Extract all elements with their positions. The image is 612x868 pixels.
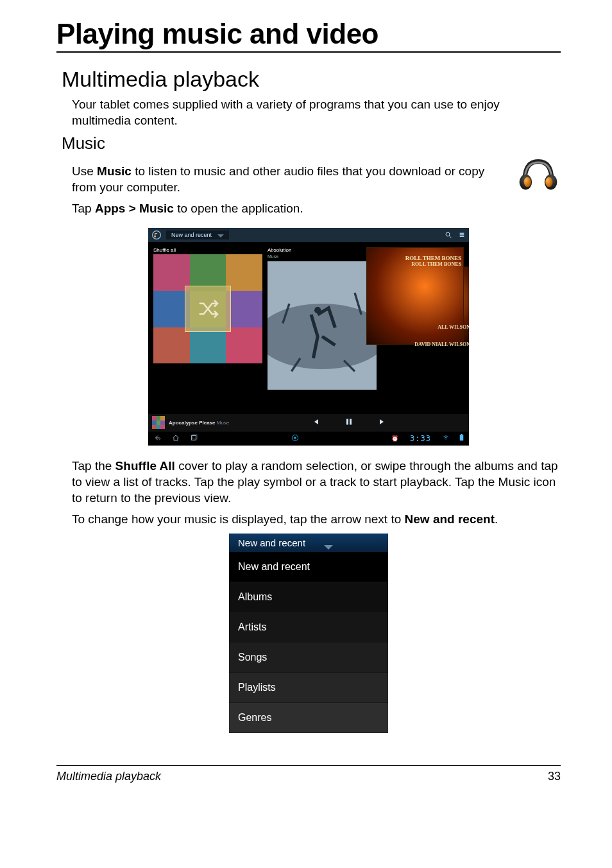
dropdown-header-label: New and recent	[238, 537, 305, 548]
shuffle-all-label: Shuffle all	[153, 247, 262, 253]
change-view-paragraph: To change how your music is displayed, t…	[72, 512, 561, 528]
music-app-icon[interactable]	[152, 230, 161, 239]
svg-rect-15	[350, 419, 352, 424]
page-title: Playing music and video	[56, 18, 561, 53]
apps-music-path: Apps > Music	[95, 202, 174, 215]
album-artist: Muse	[268, 254, 377, 259]
page-footer: Multimedia playback 33	[56, 765, 561, 783]
dropdown-item-artists[interactable]: Artists	[229, 612, 388, 643]
recent-apps-icon[interactable]	[189, 434, 198, 444]
headphones-icon	[516, 155, 561, 193]
search-icon[interactable]	[445, 231, 452, 239]
cover-text: ROLL THEM BONES	[405, 255, 461, 261]
menu-icon[interactable]	[459, 231, 465, 239]
previous-track-icon[interactable]	[310, 418, 319, 428]
dropdown-item-new-and-recent[interactable]: New and recent	[229, 552, 388, 582]
status-clock: 3:33	[410, 434, 431, 443]
music-app-screenshot: New and recent Shuffle all	[148, 228, 469, 446]
dropdown-item-songs[interactable]: Songs	[229, 643, 388, 673]
text: Tap	[72, 202, 95, 215]
cover-text: ALL WILSON	[414, 324, 469, 330]
shuffle-icon	[185, 286, 231, 332]
view-dropdown-screenshot: New and recent New and recent Albums Art…	[229, 534, 388, 733]
intro-paragraph: Your tablet comes supplied with a variet…	[72, 97, 561, 128]
wifi-icon	[443, 434, 449, 443]
music-paragraph: Use Music to listen to music and other a…	[72, 164, 509, 195]
svg-rect-10	[460, 236, 464, 237]
now-playing-title: Apocalypse Please	[169, 420, 215, 426]
svg-point-13	[314, 308, 321, 314]
footer-page-number: 33	[548, 770, 561, 783]
view-selector-tab[interactable]: New and recent	[166, 230, 229, 239]
home-icon[interactable]	[171, 434, 180, 444]
now-playing-art	[152, 416, 165, 429]
shuffle-all-term: Shuffle All	[115, 459, 175, 473]
svg-point-6	[446, 232, 450, 236]
text: to open the application.	[174, 202, 303, 215]
now-playing-bar[interactable]: Apocalypse Please Muse	[148, 414, 469, 431]
svg-line-7	[450, 236, 452, 238]
alarm-icon[interactable]: ⏰	[391, 435, 398, 442]
now-playing-artist: Muse	[217, 420, 230, 426]
battery-icon	[459, 434, 464, 443]
subsection-heading: Music	[62, 134, 561, 153]
footer-section-name: Multimedia playback	[56, 770, 161, 783]
dropdown-item-playlists[interactable]: Playlists	[229, 673, 388, 703]
cover-text: DAVID NIALL WILSON	[414, 342, 469, 347]
section-heading: Multimedia playback	[62, 67, 561, 92]
next-track-icon[interactable]	[378, 418, 387, 428]
album-title: Absolution	[268, 247, 377, 253]
text: To change how your music is displayed, t…	[72, 512, 405, 526]
text: Tap the	[72, 459, 115, 473]
pause-icon[interactable]	[345, 418, 353, 428]
svg-point-2	[524, 177, 531, 187]
dropdown-arrow-icon	[217, 234, 224, 238]
shuffle-paragraph: Tap the Shuffle All cover to play a rand…	[72, 458, 561, 506]
svg-rect-20	[460, 435, 464, 441]
dropdown-item-albums[interactable]: Albums	[229, 582, 388, 612]
svg-rect-14	[346, 419, 348, 424]
view-selector-label: New and recent	[171, 232, 212, 238]
back-icon[interactable]	[153, 434, 162, 444]
album-absolution[interactable]: Absolution Muse	[268, 247, 377, 414]
shuffle-all-tile[interactable]: Shuffle all	[153, 247, 262, 414]
svg-rect-21	[461, 434, 463, 435]
cover-text: ROLL THEM BONES	[405, 261, 461, 267]
tap-apps-paragraph: Tap Apps > Music to open the application…	[72, 201, 509, 217]
dropdown-item-genres[interactable]: Genres	[229, 703, 388, 733]
target-icon[interactable]	[291, 433, 300, 442]
text: Use	[72, 164, 97, 178]
dropdown-arrow-icon	[324, 545, 333, 550]
text: .	[495, 512, 498, 526]
new-and-recent-term: New and recent	[405, 512, 495, 526]
svg-point-4	[153, 231, 161, 239]
album-sonic-legends[interactable]: Sonic Legends Matthew Steckler ROLL THEM…	[382, 247, 464, 414]
svg-point-5	[154, 236, 156, 238]
svg-rect-8	[460, 233, 464, 234]
dropdown-header[interactable]: New and recent	[229, 534, 388, 552]
text: to listen to music and other audio files…	[72, 164, 484, 194]
svg-point-3	[545, 177, 552, 187]
svg-point-19	[294, 437, 296, 439]
system-nav-bar: ⏰ 3:33	[148, 431, 469, 446]
music-app-name: Music	[97, 164, 132, 178]
svg-rect-9	[460, 235, 464, 236]
svg-rect-16	[192, 435, 196, 440]
